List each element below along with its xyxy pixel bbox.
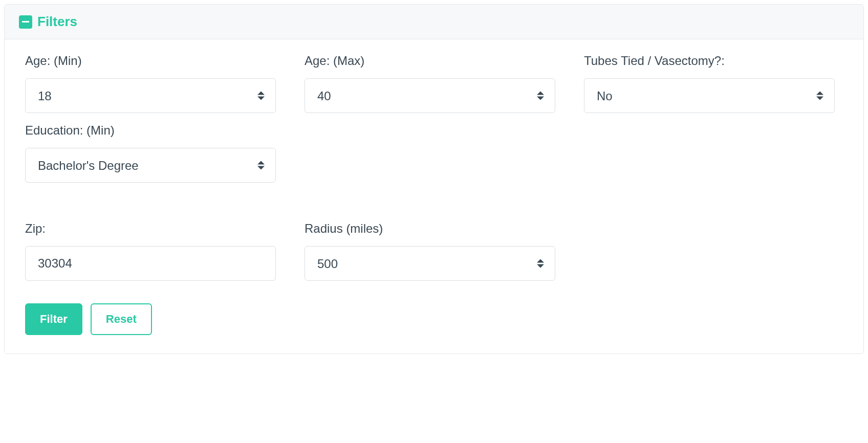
education-select[interactable]: Bachelor's Degree xyxy=(25,148,276,183)
panel-title: Filters xyxy=(37,14,77,30)
filters-panel-body: Age: (Min) 18 Age: (Max) 40 Tu xyxy=(5,39,863,353)
tubes-select[interactable]: No xyxy=(584,78,835,113)
education-label: Education: (Min) xyxy=(25,123,276,138)
age-max-select[interactable]: 40 xyxy=(305,78,555,113)
radius-field: Radius (miles) 500 xyxy=(305,221,555,281)
age-max-label: Age: (Max) xyxy=(305,54,555,68)
age-max-field: Age: (Max) 40 xyxy=(305,54,555,113)
collapse-icon[interactable] xyxy=(19,15,32,29)
filters-panel-header[interactable]: Filters xyxy=(5,5,863,39)
zip-field: Zip: xyxy=(25,221,276,281)
age-min-select[interactable]: 18 xyxy=(25,78,276,113)
reset-button[interactable]: Reset xyxy=(91,303,152,335)
filter-button[interactable]: Filter xyxy=(25,303,82,335)
age-min-field: Age: (Min) 18 xyxy=(25,54,276,113)
zip-label: Zip: xyxy=(25,221,276,236)
zip-input[interactable] xyxy=(25,246,276,281)
tubes-label: Tubes Tied / Vasectomy?: xyxy=(584,54,835,68)
radius-label: Radius (miles) xyxy=(305,221,555,236)
tubes-field: Tubes Tied / Vasectomy?: No xyxy=(584,54,835,113)
education-field: Education: (Min) Bachelor's Degree xyxy=(25,123,276,183)
age-min-label: Age: (Min) xyxy=(25,54,276,68)
filters-panel: Filters Age: (Min) 18 Age: (Max) 40 xyxy=(4,4,864,354)
radius-select[interactable]: 500 xyxy=(305,246,555,281)
